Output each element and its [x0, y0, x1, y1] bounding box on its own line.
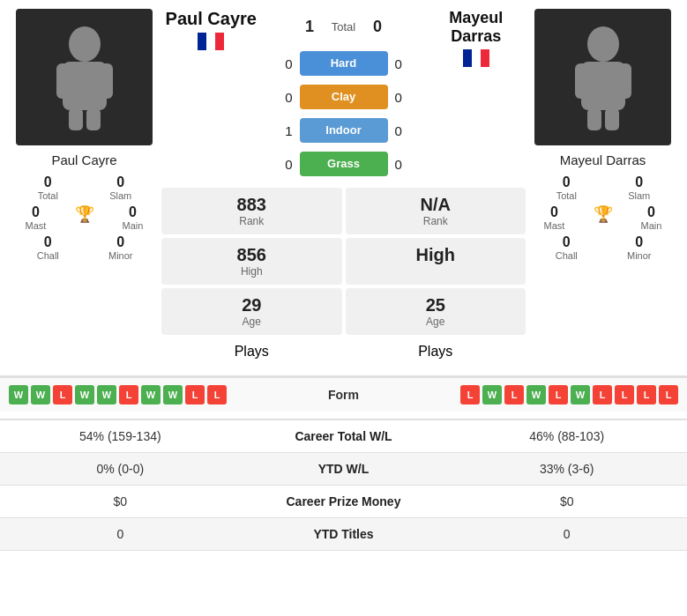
- player2-plays: Plays: [346, 338, 526, 365]
- player1-chall: 0 Chall: [26, 234, 70, 261]
- form-badge-p1: W: [9, 385, 28, 404]
- hard-button[interactable]: Hard: [300, 51, 388, 76]
- player1-header-name: Paul Cayre: [166, 9, 257, 29]
- stat-left: 0% (0-0): [0, 453, 241, 486]
- player1-age-box: 29 Age: [161, 288, 342, 335]
- player1-minor: 0 Minor: [99, 234, 143, 261]
- total-label: Total: [319, 20, 368, 33]
- form-badge-p1: L: [53, 385, 72, 404]
- player1-stat-row-3: 0 Chall 0 Minor: [11, 234, 157, 261]
- player2-age-value: 25: [355, 295, 518, 315]
- form-badge-p2: L: [549, 385, 568, 404]
- clay-button[interactable]: Clay: [300, 85, 388, 109]
- player1-plays: Plays: [161, 338, 342, 365]
- player1-name: Paul Cayre: [51, 152, 116, 167]
- player1-slam: 0 Slam: [99, 174, 143, 201]
- player1-high-label: High: [170, 265, 333, 278]
- player2-stat-row-1: 0 Total 0 Slam: [530, 174, 676, 201]
- clay-left: 0: [265, 90, 300, 105]
- player2-total: 0 Total: [544, 174, 588, 201]
- svg-rect-7: [206, 33, 215, 50]
- player2-plays-label: Plays: [351, 344, 521, 360]
- stat-right: 33% (3-6): [446, 453, 687, 486]
- hard-row: 0 Hard 0: [265, 51, 423, 76]
- player1-mast: 0 Mast: [14, 204, 58, 231]
- stat-right: $0: [446, 486, 687, 518]
- form-badge-p2: L: [637, 385, 656, 404]
- form-badge-p2: L: [615, 385, 634, 404]
- stats-row: 54% (159-134)Career Total W/L46% (88-103…: [0, 420, 687, 453]
- svg-rect-11: [481, 49, 489, 67]
- player2-minor: 0 Minor: [617, 234, 661, 261]
- player2-age-box: 25 Age: [346, 288, 526, 335]
- player2-rank-box: N/A Rank: [346, 188, 526, 234]
- form-badge-p1: L: [207, 385, 227, 404]
- trophy-icon-2: 🏆: [594, 204, 613, 224]
- stats-row: 883 Rank N/A Rank: [161, 188, 526, 234]
- form-badge-p2: L: [593, 385, 612, 404]
- player2-stat-row-3: 0 Chall 0 Minor: [530, 234, 676, 261]
- form-badge-p1: W: [163, 385, 183, 404]
- player1-total: 0 Total: [26, 174, 70, 201]
- indoor-row: 1 Indoor 0: [265, 118, 423, 143]
- plays-row: Plays Plays: [161, 338, 526, 365]
- player2-high-value: High: [355, 245, 518, 265]
- player2-chall: 0 Chall: [544, 234, 588, 261]
- hard-left: 0: [265, 56, 300, 71]
- svg-rect-6: [198, 33, 206, 50]
- main-container: Paul Cayre 0 Total 0 Slam 0 Mast: [0, 0, 687, 551]
- form-badge-p1: W: [141, 385, 161, 404]
- form-badge-p1: L: [185, 385, 205, 404]
- player1-plays-label: Plays: [167, 344, 337, 360]
- form-right: LWLWLWLLLL: [397, 385, 679, 404]
- trophy-icon: 🏆: [75, 204, 94, 224]
- stat-right: 0: [446, 518, 687, 551]
- form-badge-p1: W: [75, 385, 94, 404]
- form-badge-p1: W: [31, 385, 50, 404]
- player2-header: Mayeul Darras: [427, 9, 526, 67]
- clay-row: 0 Clay 0: [265, 85, 423, 109]
- player1-rank-box: 883 Rank: [161, 188, 342, 234]
- stat-center: YTD W/L: [241, 453, 447, 486]
- grass-left: 0: [265, 157, 300, 172]
- svg-rect-9: [463, 49, 472, 67]
- match-scores-center: 1 Total 0 0 Hard 0 0 Clay: [261, 9, 427, 179]
- svg-point-0: [69, 26, 101, 62]
- player1-age-value: 29: [170, 295, 333, 315]
- surfaces-area: 0 Hard 0 0 Clay 0 1 Indoor 0: [261, 48, 427, 179]
- player1-trophy: 🏆: [63, 204, 107, 231]
- form-badge-p1: L: [119, 385, 138, 404]
- player2-header-name: Mayeul Darras: [427, 9, 526, 46]
- stat-center: YTD Titles: [241, 518, 447, 551]
- player2-stat-row-2: 0 Mast 🏆 0 Main: [530, 204, 676, 231]
- player2-stats: 0 Total 0 Slam 0 Mast 🏆: [526, 174, 680, 264]
- player2-trophy: 🏆: [581, 204, 625, 231]
- clay-right: 0: [388, 90, 423, 105]
- hard-right: 0: [388, 56, 423, 71]
- stat-center: Career Prize Money: [241, 486, 447, 518]
- player2-flag: [463, 49, 489, 67]
- form-badge-p2: W: [526, 385, 546, 404]
- svg-rect-14: [575, 63, 591, 99]
- indoor-right: 0: [388, 123, 423, 138]
- grass-button[interactable]: Grass: [300, 152, 388, 176]
- player2-age-label: Age: [355, 315, 518, 328]
- grass-right: 0: [388, 157, 423, 172]
- svg-rect-5: [86, 108, 101, 130]
- indoor-button[interactable]: Indoor: [300, 118, 388, 143]
- stats-table: 54% (159-134)Career Total W/L46% (88-103…: [0, 420, 687, 551]
- form-badge-p1: W: [97, 385, 116, 404]
- svg-rect-10: [472, 49, 481, 67]
- middle-column: Paul Cayre 1 Total 0: [161, 9, 526, 368]
- high-row: 856 High High: [161, 238, 526, 285]
- player1-stat-row-2: 0 Mast 🏆 0 Main: [11, 204, 157, 231]
- player2-rank-value: N/A: [355, 195, 518, 215]
- svg-point-12: [587, 26, 619, 62]
- stat-left: 0: [0, 518, 241, 551]
- player1-high-box: 856 High: [161, 238, 342, 285]
- form-badge-p2: L: [659, 385, 678, 404]
- player2-name: Mayeul Darras: [560, 152, 646, 167]
- svg-rect-4: [69, 108, 83, 130]
- svg-rect-17: [605, 108, 619, 130]
- stats-row: $0Career Prize Money$0: [0, 486, 687, 518]
